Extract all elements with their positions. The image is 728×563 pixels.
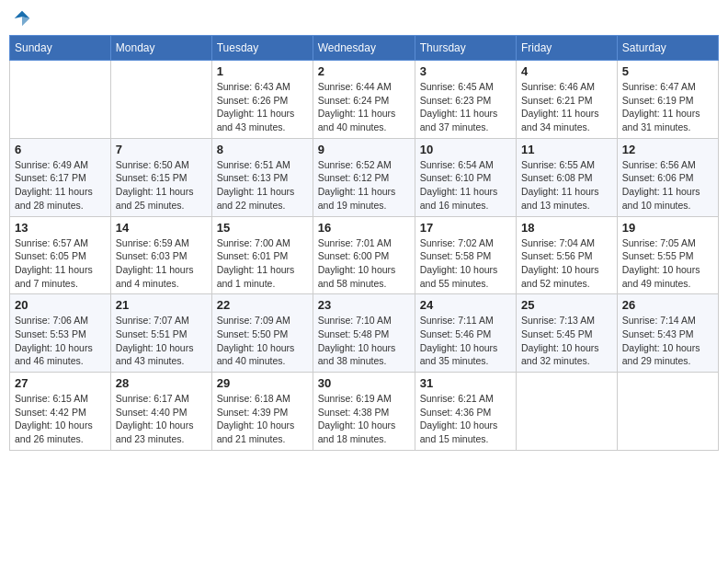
calendar-day-cell: 11Sunrise: 6:55 AM Sunset: 6:08 PM Dayli…: [516, 138, 617, 216]
calendar-day-cell: 20Sunrise: 7:06 AM Sunset: 5:53 PM Dayli…: [10, 294, 111, 373]
day-number: 15: [217, 221, 308, 235]
day-info: Sunrise: 6:56 AM Sunset: 6:06 PM Dayligh…: [622, 158, 713, 213]
day-number: 16: [318, 221, 410, 235]
day-info: Sunrise: 7:14 AM Sunset: 5:43 PM Dayligh…: [622, 314, 713, 368]
calendar-day-cell: [110, 61, 211, 139]
day-number: 11: [521, 143, 612, 156]
day-number: 27: [15, 376, 106, 390]
logo: [13, 9, 33, 28]
calendar-header-row: SundayMondayTuesdayWednesdayThursdayFrid…: [10, 36, 719, 61]
day-number: 17: [420, 221, 511, 235]
day-info: Sunrise: 7:04 AM Sunset: 5:56 PM Dayligh…: [521, 236, 612, 291]
day-number: 26: [622, 298, 713, 312]
calendar-day-cell: 6Sunrise: 6:49 AM Sunset: 6:17 PM Daylig…: [10, 138, 111, 216]
day-number: 29: [217, 376, 308, 390]
calendar-body: 1Sunrise: 6:43 AM Sunset: 6:26 PM Daylig…: [10, 61, 719, 451]
day-info: Sunrise: 7:11 AM Sunset: 5:46 PM Dayligh…: [420, 314, 511, 368]
calendar-day-cell: 2Sunrise: 6:44 AM Sunset: 6:24 PM Daylig…: [313, 61, 415, 139]
day-info: Sunrise: 6:57 AM Sunset: 6:05 PM Dayligh…: [15, 236, 106, 291]
day-info: Sunrise: 6:15 AM Sunset: 4:42 PM Dayligh…: [15, 392, 106, 446]
calendar-day-cell: 1Sunrise: 6:43 AM Sunset: 6:26 PM Daylig…: [211, 61, 313, 139]
calendar-day-cell: 7Sunrise: 6:50 AM Sunset: 6:15 PM Daylig…: [110, 138, 211, 216]
day-number: 30: [318, 376, 410, 390]
calendar-day-cell: [516, 373, 617, 451]
calendar-day-cell: 5Sunrise: 6:47 AM Sunset: 6:19 PM Daylig…: [617, 61, 718, 139]
page-header: [9, 9, 719, 28]
day-number: 5: [622, 64, 713, 78]
calendar-day-cell: 12Sunrise: 6:56 AM Sunset: 6:06 PM Dayli…: [617, 138, 718, 216]
calendar-day-cell: 31Sunrise: 6:21 AM Sunset: 4:36 PM Dayli…: [415, 373, 516, 451]
day-info: Sunrise: 6:21 AM Sunset: 4:36 PM Dayligh…: [420, 392, 511, 446]
calendar-header-cell: Friday: [516, 36, 617, 61]
calendar-header-cell: Sunday: [10, 36, 111, 61]
day-number: 7: [116, 143, 207, 156]
calendar-week-row: 27Sunrise: 6:15 AM Sunset: 4:42 PM Dayli…: [10, 373, 719, 451]
day-info: Sunrise: 7:01 AM Sunset: 6:00 PM Dayligh…: [318, 236, 410, 291]
day-number: 10: [420, 143, 511, 156]
day-info: Sunrise: 6:49 AM Sunset: 6:17 PM Dayligh…: [15, 158, 106, 213]
calendar-header-cell: Saturday: [617, 36, 718, 61]
day-number: 3: [420, 64, 511, 78]
day-number: 22: [217, 298, 308, 312]
day-info: Sunrise: 6:50 AM Sunset: 6:15 PM Dayligh…: [116, 158, 207, 213]
calendar-day-cell: 18Sunrise: 7:04 AM Sunset: 5:56 PM Dayli…: [516, 216, 617, 294]
calendar-header-cell: Tuesday: [211, 36, 313, 61]
calendar-day-cell: 14Sunrise: 6:59 AM Sunset: 6:03 PM Dayli…: [110, 216, 211, 294]
day-info: Sunrise: 7:10 AM Sunset: 5:48 PM Dayligh…: [318, 314, 410, 368]
calendar-week-row: 1Sunrise: 6:43 AM Sunset: 6:26 PM Daylig…: [10, 61, 719, 139]
calendar-day-cell: 9Sunrise: 6:52 AM Sunset: 6:12 PM Daylig…: [313, 138, 415, 216]
day-info: Sunrise: 6:19 AM Sunset: 4:38 PM Dayligh…: [318, 392, 410, 446]
calendar-day-cell: 22Sunrise: 7:09 AM Sunset: 5:50 PM Dayli…: [211, 294, 313, 373]
day-info: Sunrise: 6:59 AM Sunset: 6:03 PM Dayligh…: [116, 236, 207, 291]
day-info: Sunrise: 7:00 AM Sunset: 6:01 PM Dayligh…: [217, 236, 308, 291]
calendar-day-cell: 27Sunrise: 6:15 AM Sunset: 4:42 PM Dayli…: [10, 373, 111, 451]
calendar-header-cell: Wednesday: [313, 36, 415, 61]
calendar-day-cell: 28Sunrise: 6:17 AM Sunset: 4:40 PM Dayli…: [110, 373, 211, 451]
calendar-table: SundayMondayTuesdayWednesdayThursdayFrid…: [9, 35, 719, 451]
calendar-day-cell: 3Sunrise: 6:45 AM Sunset: 6:23 PM Daylig…: [415, 61, 516, 139]
calendar-day-cell: 13Sunrise: 6:57 AM Sunset: 6:05 PM Dayli…: [10, 216, 111, 294]
day-info: Sunrise: 6:51 AM Sunset: 6:13 PM Dayligh…: [217, 158, 308, 213]
calendar-day-cell: 26Sunrise: 7:14 AM Sunset: 5:43 PM Dayli…: [617, 294, 718, 373]
day-info: Sunrise: 6:45 AM Sunset: 6:23 PM Dayligh…: [420, 80, 511, 134]
day-number: 13: [15, 221, 106, 235]
day-number: 1: [217, 64, 308, 78]
calendar-day-cell: [617, 373, 718, 451]
day-number: 12: [622, 143, 713, 156]
day-number: 19: [622, 221, 713, 235]
day-info: Sunrise: 6:17 AM Sunset: 4:40 PM Dayligh…: [116, 392, 207, 446]
calendar-day-cell: 19Sunrise: 7:05 AM Sunset: 5:55 PM Dayli…: [617, 216, 718, 294]
day-info: Sunrise: 7:06 AM Sunset: 5:53 PM Dayligh…: [15, 314, 106, 368]
day-number: 21: [116, 298, 207, 312]
calendar-day-cell: 10Sunrise: 6:54 AM Sunset: 6:10 PM Dayli…: [415, 138, 516, 216]
calendar-day-cell: 30Sunrise: 6:19 AM Sunset: 4:38 PM Dayli…: [313, 373, 415, 451]
calendar-week-row: 13Sunrise: 6:57 AM Sunset: 6:05 PM Dayli…: [10, 216, 719, 294]
calendar-header-cell: Thursday: [415, 36, 516, 61]
calendar-day-cell: 4Sunrise: 6:46 AM Sunset: 6:21 PM Daylig…: [516, 61, 617, 139]
day-number: 31: [420, 376, 511, 390]
day-info: Sunrise: 6:52 AM Sunset: 6:12 PM Dayligh…: [318, 158, 410, 213]
day-info: Sunrise: 7:05 AM Sunset: 5:55 PM Dayligh…: [622, 236, 713, 291]
calendar-day-cell: [10, 61, 111, 139]
calendar-header-cell: Monday: [110, 36, 211, 61]
day-info: Sunrise: 7:09 AM Sunset: 5:50 PM Dayligh…: [217, 314, 308, 368]
day-info: Sunrise: 6:18 AM Sunset: 4:39 PM Dayligh…: [217, 392, 308, 446]
calendar-day-cell: 15Sunrise: 7:00 AM Sunset: 6:01 PM Dayli…: [211, 216, 313, 294]
day-info: Sunrise: 6:44 AM Sunset: 6:24 PM Dayligh…: [318, 80, 410, 134]
day-info: Sunrise: 6:47 AM Sunset: 6:19 PM Dayligh…: [622, 80, 713, 134]
calendar-day-cell: 17Sunrise: 7:02 AM Sunset: 5:58 PM Dayli…: [415, 216, 516, 294]
svg-marker-1: [22, 17, 29, 26]
calendar-day-cell: 16Sunrise: 7:01 AM Sunset: 6:00 PM Dayli…: [313, 216, 415, 294]
day-number: 2: [318, 64, 410, 78]
calendar-day-cell: 8Sunrise: 6:51 AM Sunset: 6:13 PM Daylig…: [211, 138, 313, 216]
day-number: 20: [15, 298, 106, 312]
day-number: 6: [15, 143, 106, 156]
day-number: 8: [217, 143, 308, 156]
day-number: 14: [116, 221, 207, 235]
day-info: Sunrise: 7:02 AM Sunset: 5:58 PM Dayligh…: [420, 236, 511, 291]
calendar-day-cell: 23Sunrise: 7:10 AM Sunset: 5:48 PM Dayli…: [313, 294, 415, 373]
day-info: Sunrise: 6:43 AM Sunset: 6:26 PM Dayligh…: [217, 80, 308, 134]
day-number: 24: [420, 298, 511, 312]
calendar-day-cell: 25Sunrise: 7:13 AM Sunset: 5:45 PM Dayli…: [516, 294, 617, 373]
calendar-week-row: 6Sunrise: 6:49 AM Sunset: 6:17 PM Daylig…: [10, 138, 719, 216]
